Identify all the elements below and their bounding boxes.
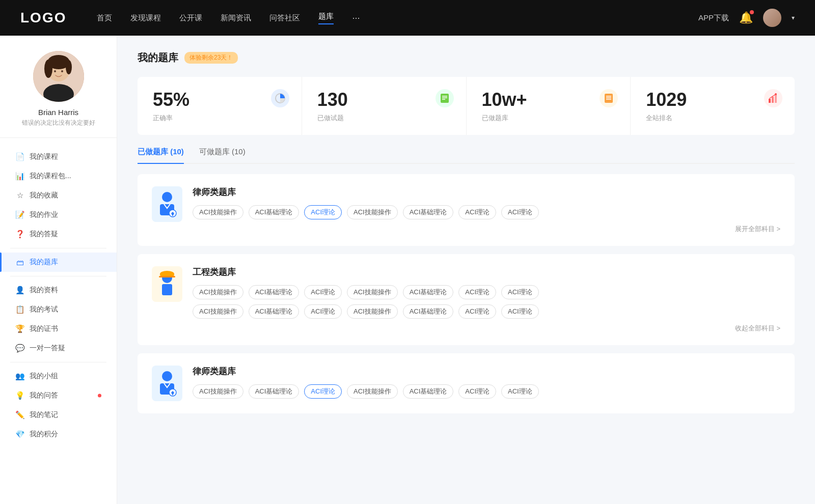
nav-more[interactable]: ··· — [352, 13, 360, 23]
svg-rect-9 — [441, 94, 449, 103]
app-download-button[interactable]: APP下载 — [698, 13, 729, 23]
accuracy-icon — [271, 89, 289, 107]
nav-link-qbank[interactable]: 题库 — [318, 12, 334, 24]
sidebar-item-points[interactable]: 💎 我的积分 — [0, 425, 117, 444]
nav-link-qa[interactable]: 问答社区 — [269, 13, 300, 23]
svg-point-21 — [162, 192, 172, 202]
nav-link-open[interactable]: 公开课 — [179, 13, 202, 23]
tag-2-2[interactable]: ACI理论 — [304, 285, 342, 299]
sidebar-item-one-on-one[interactable]: 💬 一对一答疑 — [0, 339, 117, 358]
menu-divider-2 — [10, 276, 106, 276]
lawyer-icon-2 — [152, 366, 182, 401]
sidebar-item-course-package[interactable]: 📊 我的课程包... — [0, 166, 117, 186]
stat-ranking: 1029 全站排名 — [631, 77, 795, 135]
tab-todo[interactable]: 可做题库 (10) — [199, 147, 246, 163]
engineer-icon — [152, 266, 182, 302]
tag-2-3[interactable]: ACI技能操作 — [347, 285, 398, 299]
group-icon: 👥 — [15, 372, 24, 381]
question-notification-dot — [98, 394, 101, 398]
sidebar-item-favorites[interactable]: ☆ 我的收藏 — [0, 186, 117, 205]
sidebar-item-certificate[interactable]: 🏆 我的证书 — [0, 319, 117, 339]
tag-2-10[interactable]: ACI技能操作 — [347, 304, 398, 319]
sidebar-item-exam[interactable]: 📋 我的考试 — [0, 300, 117, 319]
user-avatar[interactable] — [763, 9, 781, 27]
tag-2-8[interactable]: ACI基础理论 — [249, 304, 300, 319]
notes-icon: ✏️ — [15, 410, 24, 419]
chat-icon: 💬 — [15, 344, 24, 353]
tag-2-9[interactable]: ACI理论 — [304, 304, 342, 319]
qbank-card-3-header: 律师类题库 ACI技能操作 ACI基础理论 ACI理论 ACI技能操作 ACI基… — [152, 366, 780, 401]
sidebar-item-questions[interactable]: ❓ 我的答疑 — [0, 225, 117, 244]
qbank-card-3-body: 律师类题库 ACI技能操作 ACI基础理论 ACI理论 ACI技能操作 ACI基… — [193, 366, 780, 399]
tag-2-5[interactable]: ACI理论 — [458, 285, 496, 299]
stat-done-banks: 10w+ 已做题库 — [467, 77, 631, 135]
stat-done-questions-label: 已做试题 — [317, 114, 344, 123]
notification-dot — [750, 10, 754, 14]
sidebar-item-homework[interactable]: 📝 我的作业 — [0, 205, 117, 225]
stat-ranking-value: 1029 — [646, 89, 687, 110]
sidebar-item-group[interactable]: 👥 我的小组 — [0, 367, 117, 386]
done-banks-icon — [600, 89, 618, 107]
nav-right: APP下载 🔔 ▾ — [698, 9, 795, 27]
tag-2-0[interactable]: ACI技能操作 — [193, 285, 243, 299]
sidebar-item-my-questions[interactable]: 💡 我的问答 — [0, 386, 117, 405]
sidebar-item-notes[interactable]: ✏️ 我的笔记 — [0, 405, 117, 425]
page-title: 我的题库 — [138, 51, 178, 65]
tag-2-6[interactable]: ACI理论 — [501, 285, 539, 299]
sidebar-menu: 📄 我的课程 📊 我的课程包... ☆ 我的收藏 📝 我的作业 ❓ 我的答疑 � — [0, 143, 117, 448]
homework-icon: 📝 — [15, 210, 24, 219]
tag-1-2[interactable]: ACI理论 — [304, 205, 342, 219]
tab-done[interactable]: 已做题库 (10) — [138, 147, 184, 163]
stat-accuracy-label: 正确率 — [153, 114, 173, 123]
svg-rect-19 — [775, 95, 777, 103]
qbank-1-tags: ACI技能操作 ACI基础理论 ACI理论 ACI技能操作 ACI基础理论 AC… — [193, 205, 780, 219]
svg-point-6 — [54, 70, 56, 72]
tag-3-6[interactable]: ACI理论 — [501, 384, 539, 399]
sidebar-item-qbank[interactable]: 🗃 我的题库 — [0, 253, 117, 272]
tag-2-4[interactable]: ACI基础理论 — [403, 285, 454, 299]
tag-2-7[interactable]: ACI技能操作 — [193, 304, 243, 319]
main-content: 我的题库 体验剩余23天！ 55% 正确率 130 已做试题 — [117, 36, 815, 504]
sidebar-item-profile[interactable]: 👤 我的资料 — [0, 281, 117, 300]
tag-3-4[interactable]: ACI基础理论 — [403, 384, 454, 399]
tag-1-6[interactable]: ACI理论 — [501, 205, 539, 219]
tag-2-11[interactable]: ACI基础理论 — [403, 304, 454, 319]
qbank-1-title: 律师类题库 — [193, 186, 780, 198]
tag-3-2[interactable]: ACI理论 — [304, 384, 342, 399]
logo[interactable]: LOGO — [20, 10, 66, 26]
tag-1-0[interactable]: ACI技能操作 — [193, 205, 243, 219]
nav-link-news[interactable]: 新闻资讯 — [221, 13, 251, 23]
stat-ranking-label: 全站排名 — [646, 114, 672, 123]
svg-point-5 — [66, 60, 72, 74]
table-icon: 🗃 — [15, 258, 24, 267]
tag-1-3[interactable]: ACI技能操作 — [347, 205, 398, 219]
svg-point-7 — [61, 70, 63, 72]
tag-1-5[interactable]: ACI理论 — [458, 205, 496, 219]
tag-1-4[interactable]: ACI基础理论 — [403, 205, 454, 219]
sidebar: Brian Harris 错误的决定比没有决定要好 📄 我的课程 📊 我的课程包… — [0, 36, 117, 504]
user-icon: 👤 — [15, 286, 24, 295]
tag-2-13[interactable]: ACI理论 — [501, 304, 539, 319]
nav-link-home[interactable]: 首页 — [97, 13, 112, 23]
tag-3-3[interactable]: ACI技能操作 — [347, 384, 398, 399]
notification-bell[interactable]: 🔔 — [739, 11, 753, 24]
qbank-card-1-body: 律师类题库 ACI技能操作 ACI基础理论 ACI理论 ACI技能操作 ACI基… — [193, 186, 780, 234]
svg-point-4 — [44, 60, 52, 78]
expand-link-1[interactable]: 展开全部科目 > — [193, 225, 780, 234]
sidebar-item-course[interactable]: 📄 我的课程 — [0, 147, 117, 166]
done-questions-icon — [436, 89, 454, 107]
lawyer-icon-1 — [152, 186, 182, 222]
tag-1-1[interactable]: ACI基础理论 — [249, 205, 300, 219]
tag-3-5[interactable]: ACI理论 — [458, 384, 496, 399]
svg-rect-28 — [162, 284, 172, 295]
nav-link-discover[interactable]: 发现课程 — [130, 13, 161, 23]
collapse-link-2[interactable]: 收起全部科目 > — [193, 324, 780, 333]
tag-3-1[interactable]: ACI基础理论 — [249, 384, 300, 399]
stat-done-banks-value: 10w+ — [482, 89, 527, 110]
avatar-dropdown-arrow[interactable]: ▾ — [792, 14, 795, 21]
tag-2-1[interactable]: ACI基础理论 — [249, 285, 300, 299]
qbank-card-3: 律师类题库 ACI技能操作 ACI基础理论 ACI理论 ACI技能操作 ACI基… — [138, 353, 795, 413]
tag-3-0[interactable]: ACI技能操作 — [193, 384, 243, 399]
page-header: 我的题库 体验剩余23天！ — [138, 51, 795, 65]
tag-2-12[interactable]: ACI理论 — [458, 304, 496, 319]
